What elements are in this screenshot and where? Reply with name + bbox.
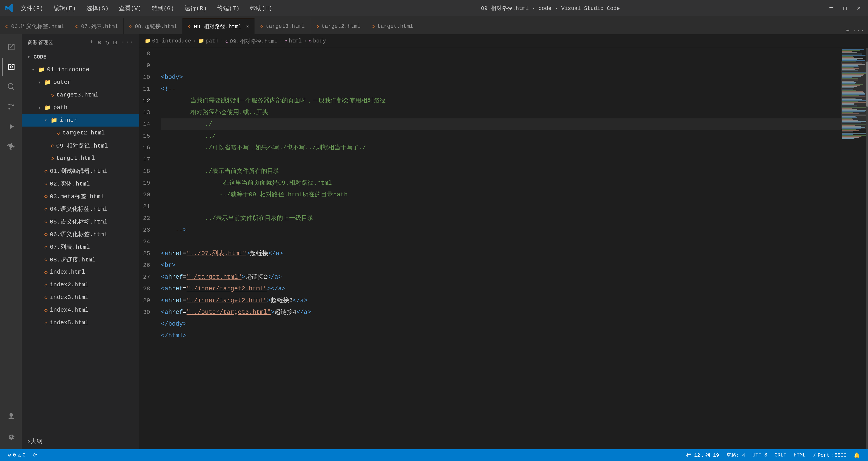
status-sync[interactable]: ⟳ [29, 449, 40, 461]
menu-item[interactable]: 查看(V) [117, 3, 143, 13]
menu-item[interactable]: 选择(S) [85, 3, 111, 13]
tree-item-target[interactable]: ◇target.html [22, 152, 139, 164]
code-line-29[interactable]: </body> [161, 318, 841, 330]
menu-item[interactable]: 转到(G) [150, 3, 176, 13]
tree-item-index4[interactable]: ◇index4.html [22, 304, 139, 316]
split-editor-icon[interactable]: ⊟ [846, 27, 849, 34]
code-editor[interactable]: 8910111213141516171819202122232425262728… [139, 48, 868, 449]
folder-chevron: ▾ [38, 104, 44, 111]
code-line-24[interactable]: <br> [161, 259, 841, 271]
tab-tab6[interactable]: ◇target2.html [310, 18, 366, 34]
activity-git[interactable] [2, 98, 20, 116]
sidebar-root-label[interactable]: ▾ CODE [22, 51, 139, 63]
sidebar-outline-section[interactable]: › 大纲 [22, 433, 139, 449]
status-errors[interactable]: ⊘ 0 ⚠ 0 [4, 449, 29, 461]
refresh-icon[interactable]: ↻ [105, 39, 110, 46]
breadcrumb-part-4[interactable]: ◇body [309, 38, 326, 44]
collapse-icon[interactable]: ⊡ [113, 39, 118, 46]
code-line-21[interactable]: --> [161, 224, 841, 236]
status-port[interactable]: ⚡ Port：5500 [809, 449, 850, 461]
activity-account[interactable] [2, 408, 20, 426]
code-line-16[interactable]: ./表示当前文件所在的目录 [161, 165, 841, 177]
code-line-20[interactable]: ../表示当前文件所在目录的上一级目录 [161, 212, 841, 224]
tab-tab7[interactable]: ◇target.html [366, 18, 419, 34]
more-icon[interactable]: ··· [121, 39, 134, 46]
tab-close-btn[interactable]: ✕ [246, 24, 249, 29]
menu-item[interactable]: 终端(T) [215, 3, 241, 13]
breadcrumb-part-1[interactable]: 📁path [198, 38, 219, 44]
status-line-ending[interactable]: CRLF [771, 449, 790, 461]
status-encoding[interactable]: UTF-8 [749, 449, 771, 461]
menu-item[interactable]: 编辑(E) [52, 3, 78, 13]
tree-item-target3[interactable]: ◇target3.html [22, 89, 139, 101]
code-line-11[interactable]: 相对路径都会使用.或..开头 [161, 107, 841, 118]
code-line-14[interactable]: ./可以省略不写，如果不写./也不写../则就相当于写了./ [161, 142, 841, 154]
tree-item-label: 07.列表.html [50, 243, 90, 251]
menu-item[interactable]: 运行(R) [183, 3, 209, 13]
breadcrumb-part-2[interactable]: ◇09.相对路径.html [225, 37, 277, 45]
tab-tab5[interactable]: ◇target3.html [254, 18, 310, 34]
tree-item-index3[interactable]: ◇index3.html [22, 291, 139, 304]
activity-files[interactable] [2, 58, 20, 76]
code-line-13[interactable]: ../ [161, 130, 841, 142]
tree-item-02entity[interactable]: ◇02.实体.html [22, 177, 139, 190]
code-line-23[interactable]: <a href="../07.列表.html">超链接</a> [161, 248, 841, 259]
menu-item[interactable]: 帮助(H) [248, 3, 274, 13]
maximize-button[interactable]: ❐ [840, 3, 850, 13]
tab-tab1[interactable]: ◇06.语义化标签.html [0, 18, 70, 34]
code-line-9[interactable]: <!-- [161, 83, 841, 95]
activity-run[interactable] [2, 118, 20, 135]
tab-tab3[interactable]: ◇08.超链接.html [124, 18, 183, 34]
code-content[interactable]: <body><!-- 当我们需要跳转到一个服务器内部的页面时，一般我们都会使用相… [157, 48, 841, 449]
code-line-30[interactable]: </html> [161, 330, 841, 342]
minimize-button[interactable]: ─ [827, 3, 836, 13]
tab-label: target.html [377, 23, 413, 29]
tree-item-target2[interactable]: ◇target2.html [22, 127, 139, 139]
code-line-28[interactable]: <a href="../outer/target3.html">超链接4</a> [161, 306, 841, 318]
tree-item-introduce[interactable]: ▾📁01_introduce [22, 63, 139, 76]
status-language[interactable]: HTML [790, 449, 809, 461]
status-notification[interactable]: 🔔 [850, 449, 864, 461]
tree-item-outer[interactable]: ▾📁outer [22, 76, 139, 89]
tree-item-index[interactable]: ◇index.html [22, 266, 139, 278]
tree-item-05sem[interactable]: ◇05.语义化标签.html [22, 215, 139, 228]
code-line-8[interactable]: <body> [161, 71, 841, 83]
tree-item-index5[interactable]: ◇index5.html [22, 316, 139, 329]
tree-item-01test[interactable]: ◇01.测试编辑器.html [22, 164, 139, 177]
code-line-15[interactable] [161, 154, 841, 165]
code-line-10[interactable]: 当我们需要跳转到一个服务器内部的页面时，一般我们都会使用相对路径 [161, 95, 841, 107]
breadcrumb-part-0[interactable]: 📁01_introduce [145, 38, 191, 44]
breadcrumb-part-3[interactable]: ◇html [284, 38, 302, 44]
code-line-27[interactable]: <a href="./inner/target2.html">超链接3</a> [161, 295, 841, 306]
status-position[interactable]: 行 12，列 19 [683, 449, 723, 461]
activity-explorer[interactable] [2, 38, 20, 56]
tab-more-icon[interactable]: ··· [853, 27, 864, 34]
tree-item-06sem[interactable]: ◇06.语义化标签.html [22, 228, 139, 241]
menu-item[interactable]: 文件(F) [19, 3, 45, 13]
tree-item-07list[interactable]: ◇07.列表.html [22, 241, 139, 253]
activity-search[interactable] [2, 78, 20, 96]
tree-item-path[interactable]: ▾📁path [22, 101, 139, 114]
tree-item-inner[interactable]: ▾📁inner [22, 114, 139, 127]
code-line-26[interactable]: <a href="./inner/target2.html"></a> [161, 283, 841, 295]
code-line-17[interactable]: -在这里当前页面就是09.相对路径.html [161, 177, 841, 189]
tree-item-04sem[interactable]: ◇04.语义化标签.html [22, 203, 139, 215]
status-spaces[interactable]: 空格: 4 [723, 449, 749, 461]
code-line-19[interactable] [161, 201, 841, 212]
new-folder-icon[interactable]: ⊕ [97, 39, 102, 46]
code-line-12[interactable]: ./ [161, 118, 841, 130]
activity-settings[interactable] [2, 428, 20, 445]
tree-item-03meta[interactable]: ◇03.meta标签.html [22, 190, 139, 203]
tree-item-index2[interactable]: ◇index2.html [22, 278, 139, 291]
close-button[interactable]: ✕ [854, 3, 864, 13]
code-line-25[interactable]: <a href="./target.html">超链接2</a> [161, 271, 841, 283]
activity-extensions[interactable] [2, 137, 20, 155]
tree-item-09rel[interactable]: ◇09.相对路径.html [22, 139, 139, 152]
new-file-icon[interactable]: + [90, 39, 94, 46]
tab-tab2[interactable]: ◇07.列表.html [70, 18, 123, 34]
code-line-18[interactable]: -./就等于09.相对路径.html所在的目录path [161, 189, 841, 201]
code-line-22[interactable] [161, 236, 841, 248]
minimap-line [842, 137, 860, 138]
tree-item-08link[interactable]: ◇08.超链接.html [22, 253, 139, 266]
tab-tab4[interactable]: ◇09.相对路径.html✕ [183, 18, 254, 34]
